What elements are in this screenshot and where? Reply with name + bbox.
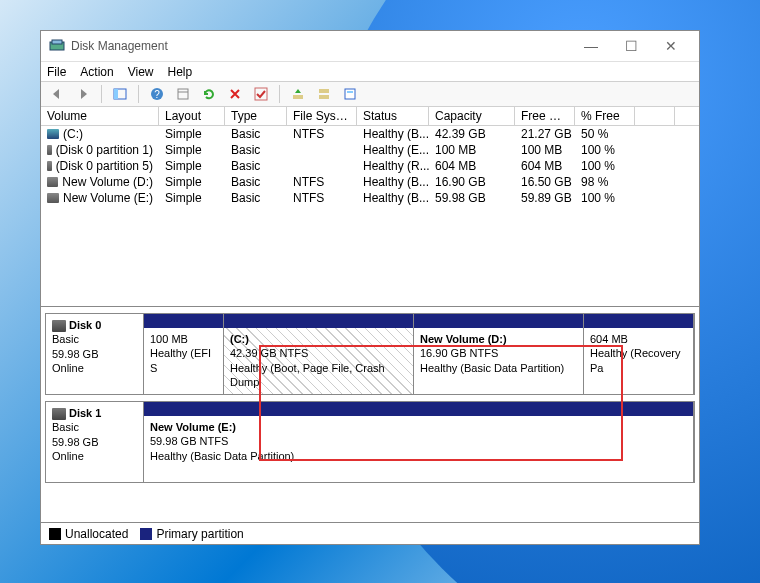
legend-primary: Primary partition [156, 527, 243, 541]
check-button[interactable] [251, 84, 271, 104]
volume-type: Basic [225, 126, 287, 142]
col-freespace[interactable]: Free Sp... [515, 107, 575, 125]
menu-help[interactable]: Help [168, 65, 193, 79]
svg-rect-1 [52, 40, 62, 44]
partition[interactable]: New Volume (E:)59.98 GB NTFSHealthy (Bas… [144, 402, 694, 482]
disk-state: Online [52, 362, 84, 374]
menu-view[interactable]: View [128, 65, 154, 79]
volume-name: (C:) [63, 127, 83, 141]
volume-layout: Simple [159, 158, 225, 174]
volume-pct: 98 % [575, 174, 635, 190]
col-type[interactable]: Type [225, 107, 287, 125]
volume-name: New Volume (E:) [63, 191, 153, 205]
svg-rect-7 [255, 88, 267, 100]
volume-name: (Disk 0 partition 1) [56, 143, 153, 157]
disk-size: 59.98 GB [52, 436, 98, 448]
volume-fs [287, 142, 357, 158]
unallocated-swatch [49, 528, 61, 540]
disk-icon [52, 408, 66, 420]
disk-icon [52, 320, 66, 332]
disk-size: 59.98 GB [52, 348, 98, 360]
volume-list[interactable]: Volume Layout Type File System Status Ca… [41, 107, 699, 307]
partition-sub: 16.90 GB NTFS [420, 347, 498, 359]
disk-list-top-button[interactable] [288, 84, 308, 104]
table-row[interactable]: (Disk 0 partition 1)SimpleBasicHealthy (… [41, 142, 699, 158]
svg-rect-6 [178, 89, 188, 99]
delete-button[interactable] [225, 84, 245, 104]
back-button[interactable] [47, 84, 67, 104]
partition[interactable]: 604 MBHealthy (Recovery Pa [584, 314, 694, 394]
partition[interactable]: (C:)42.39 GB NTFSHealthy (Boot, Page Fil… [224, 314, 414, 394]
forward-button[interactable] [73, 84, 93, 104]
primary-swatch [140, 528, 152, 540]
svg-rect-3 [114, 89, 118, 99]
volume-name: New Volume (D:) [62, 175, 153, 189]
partition-status: Healthy (Basic Data Partition) [150, 450, 294, 462]
table-row[interactable]: New Volume (E:)SimpleBasicNTFSHealthy (B… [41, 190, 699, 206]
disk-row[interactable]: Disk 1Basic59.98 GBOnlineNew Volume (E:)… [45, 401, 695, 483]
col-filesystem[interactable]: File System [287, 107, 357, 125]
volume-layout: Simple [159, 174, 225, 190]
volume-free: 21.27 GB [515, 126, 575, 142]
partition-title: New Volume (E:) [150, 421, 236, 433]
maximize-button[interactable]: ☐ [611, 32, 651, 60]
volume-free: 100 MB [515, 142, 575, 158]
volume-free: 604 MB [515, 158, 575, 174]
volume-status: Healthy (R... [357, 158, 429, 174]
menu-action[interactable]: Action [80, 65, 113, 79]
volume-icon [47, 161, 52, 171]
graphical-view[interactable]: Disk 0Basic59.98 GBOnline100 MBHealthy (… [41, 307, 699, 522]
column-headers: Volume Layout Type File System Status Ca… [41, 107, 699, 126]
col-capacity[interactable]: Capacity [429, 107, 515, 125]
close-button[interactable]: ✕ [651, 32, 691, 60]
legend: Unallocated Primary partition [41, 522, 699, 544]
volume-pct: 100 % [575, 158, 635, 174]
volume-icon [47, 193, 59, 203]
show-hide-console-button[interactable] [110, 84, 130, 104]
volume-capacity: 42.39 GB [429, 126, 515, 142]
refresh-button[interactable] [199, 84, 219, 104]
disk-row[interactable]: Disk 0Basic59.98 GBOnline100 MBHealthy (… [45, 313, 695, 395]
svg-rect-8 [293, 95, 303, 99]
partition-status: Healthy (Boot, Page File, Crash Dump [230, 362, 385, 388]
menu-file[interactable]: File [47, 65, 66, 79]
app-icon [49, 38, 65, 54]
volume-layout: Simple [159, 142, 225, 158]
partition-status: Healthy (Recovery Pa [590, 347, 680, 373]
titlebar[interactable]: Disk Management — ☐ ✕ [41, 31, 699, 61]
properties-button[interactable] [340, 84, 360, 104]
table-row[interactable]: New Volume (D:)SimpleBasicNTFSHealthy (B… [41, 174, 699, 190]
col-status[interactable]: Status [357, 107, 429, 125]
settings-button[interactable] [173, 84, 193, 104]
volume-type: Basic [225, 142, 287, 158]
partition-sub: 42.39 GB NTFS [230, 347, 308, 359]
volume-icon [47, 145, 52, 155]
col-pctfree[interactable]: % Free [575, 107, 635, 125]
col-layout[interactable]: Layout [159, 107, 225, 125]
partition[interactable]: New Volume (D:)16.90 GB NTFSHealthy (Bas… [414, 314, 584, 394]
volume-status: Healthy (B... [357, 174, 429, 190]
help-button[interactable]: ? [147, 84, 167, 104]
disk-management-window: Disk Management — ☐ ✕ File Action View H… [40, 30, 700, 545]
disk-info: Disk 0Basic59.98 GBOnline [46, 314, 144, 394]
disk-list-bottom-button[interactable] [314, 84, 334, 104]
col-volume[interactable]: Volume [41, 107, 159, 125]
volume-layout: Simple [159, 190, 225, 206]
partition-status: Healthy (EFI S [150, 347, 211, 373]
volume-capacity: 604 MB [429, 158, 515, 174]
window-title: Disk Management [71, 39, 571, 53]
partition[interactable]: 100 MBHealthy (EFI S [144, 314, 224, 394]
partition-sub: 604 MB [590, 333, 628, 345]
table-row[interactable]: (C:)SimpleBasicNTFSHealthy (B...42.39 GB… [41, 126, 699, 142]
volume-fs: NTFS [287, 190, 357, 206]
disk-id: Disk 0 [69, 319, 101, 331]
disk-state: Online [52, 450, 84, 462]
partition-title: (C:) [230, 333, 249, 345]
volume-status: Healthy (E... [357, 142, 429, 158]
volume-capacity: 59.98 GB [429, 190, 515, 206]
minimize-button[interactable]: — [571, 32, 611, 60]
partition-title: New Volume (D:) [420, 333, 507, 345]
col-spacer [635, 107, 675, 125]
table-row[interactable]: (Disk 0 partition 5)SimpleBasicHealthy (… [41, 158, 699, 174]
svg-rect-11 [345, 89, 355, 99]
